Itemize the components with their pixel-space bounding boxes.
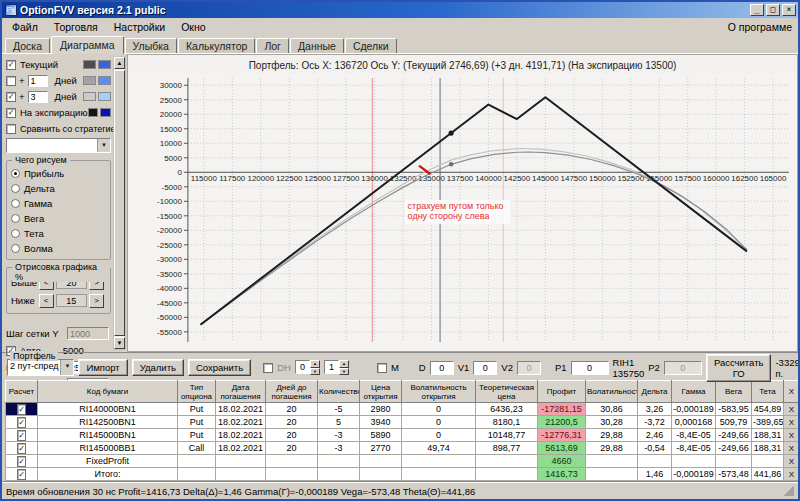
draw-option-Гамма[interactable]: Гамма xyxy=(11,196,106,211)
delete-button[interactable]: Удалить xyxy=(132,359,184,376)
dh-spinner-1[interactable]: ▲▼ xyxy=(295,360,320,375)
color-swatch[interactable] xyxy=(83,92,96,101)
spin-up-icon[interactable]: ▲ xyxy=(310,360,320,368)
d-input[interactable] xyxy=(430,361,454,375)
m-checkbox[interactable] xyxy=(377,363,387,373)
chevron-down-icon[interactable]: ▼ xyxy=(97,139,110,152)
row-delete-button[interactable]: X xyxy=(784,416,800,429)
color-swatch[interactable] xyxy=(98,60,111,69)
row-calc-cell[interactable] xyxy=(6,416,38,429)
layer-checkbox-2[interactable] xyxy=(6,92,16,102)
dh-spinner-2-input[interactable] xyxy=(324,360,339,374)
p2-input[interactable] xyxy=(664,361,702,375)
increase-button[interactable]: > xyxy=(89,294,104,308)
draw-option-Прибыль[interactable]: Прибыль xyxy=(11,166,106,181)
layer-checkbox-0[interactable] xyxy=(6,60,16,70)
spin-down-icon[interactable]: ▼ xyxy=(339,368,349,376)
tab-Данные[interactable]: Данные xyxy=(290,38,344,54)
tab-Калькулятор[interactable]: Калькулятор xyxy=(178,38,255,54)
radio-icon[interactable] xyxy=(11,184,20,193)
column-header-Дельта[interactable]: Дельта xyxy=(638,381,672,403)
layer-checkbox-1[interactable] xyxy=(6,76,16,86)
row-calc-cell[interactable] xyxy=(6,455,38,468)
tab-Улыбка[interactable]: Улыбка xyxy=(125,38,177,54)
profit-chart[interactable]: -55000-50000-45000-40000-35000-30000-250… xyxy=(128,74,797,352)
sidebar-scrollbar[interactable]: ▲ ▼ xyxy=(113,56,126,350)
row-checkbox[interactable] xyxy=(17,404,26,415)
tab-Лог[interactable]: Лог xyxy=(256,38,289,54)
column-header-X[interactable]: X xyxy=(784,381,800,403)
v2-input[interactable] xyxy=(517,361,541,375)
column-header-Дней до погашения[interactable]: Дней до погашения xyxy=(266,381,318,403)
radio-icon[interactable] xyxy=(11,244,20,253)
row-calc-cell[interactable] xyxy=(6,403,38,416)
color-swatch[interactable] xyxy=(88,108,99,117)
column-header-Профит[interactable]: Профит xyxy=(538,381,586,403)
color-swatch[interactable] xyxy=(83,76,96,85)
column-header-Код бумаги[interactable]: Код бумаги xyxy=(38,381,178,403)
import-button[interactable]: Импорт xyxy=(78,359,127,376)
row-calc-cell[interactable] xyxy=(6,442,38,455)
column-header-Гамма[interactable]: Гамма xyxy=(672,381,716,403)
preset-combobox[interactable]: 2 пут-спред ▼ xyxy=(7,359,74,376)
tab-Сделки[interactable]: Сделки xyxy=(345,38,397,54)
column-header-Дата погашения[interactable]: Дата погашения xyxy=(216,381,266,403)
column-header-Волатильность открытия[interactable]: Волатильность открытия xyxy=(402,381,476,403)
draw-option-Волма[interactable]: Волма xyxy=(11,241,106,256)
row-delete-button[interactable]: X xyxy=(784,429,800,442)
compare-strategy-checkbox[interactable] xyxy=(6,124,16,134)
dh-spinner-1-input[interactable] xyxy=(295,360,310,374)
column-header-Тета[interactable]: Тета xyxy=(752,381,784,403)
resize-grip-icon[interactable] xyxy=(784,486,794,496)
menu-item-about[interactable]: О программе xyxy=(728,21,796,33)
draw-option-Вега[interactable]: Вега xyxy=(11,211,106,226)
close-button[interactable]: × xyxy=(782,4,796,16)
row-checkbox[interactable] xyxy=(17,469,26,480)
chevron-down-icon[interactable]: ▼ xyxy=(60,360,73,375)
column-header-Количество[interactable]: Количество xyxy=(318,381,360,403)
column-header-Вега[interactable]: Вега xyxy=(716,381,752,403)
layer-days-input-1[interactable] xyxy=(28,75,48,87)
radio-icon[interactable] xyxy=(11,199,20,208)
row-checkbox[interactable] xyxy=(17,417,26,428)
column-header-Теоретическая цена[interactable]: Теоретическая цена xyxy=(476,381,538,403)
row-delete-button[interactable]: X xyxy=(784,403,800,416)
scroll-up-icon[interactable]: ▲ xyxy=(114,57,125,69)
color-swatch[interactable] xyxy=(98,76,111,85)
color-swatch[interactable] xyxy=(83,60,96,69)
compare-strategy-row[interactable]: Сравнить со стратегией xyxy=(6,121,111,136)
row-checkbox[interactable] xyxy=(17,443,26,454)
row-delete-button[interactable]: X xyxy=(784,455,800,468)
draw-option-Тета[interactable]: Тета xyxy=(11,226,106,241)
menu-item-3[interactable]: Окно xyxy=(173,20,213,34)
dh-checkbox[interactable] xyxy=(263,363,273,373)
color-swatch[interactable] xyxy=(100,108,111,117)
maximize-button[interactable]: □ xyxy=(766,4,780,16)
color-swatch[interactable] xyxy=(98,92,111,101)
row-delete-button[interactable]: X xyxy=(784,468,800,481)
minimize-button[interactable]: _ xyxy=(750,4,764,16)
save-button[interactable]: Сохранить xyxy=(188,359,251,376)
decrease-button[interactable]: < xyxy=(39,294,54,308)
v1-input[interactable] xyxy=(473,361,497,375)
column-header-Цена открытия[interactable]: Цена открытия xyxy=(360,381,402,403)
grid-step-y-input[interactable] xyxy=(67,327,109,340)
tab-Доска[interactable]: Доска xyxy=(5,38,50,54)
scroll-down-icon[interactable]: ▼ xyxy=(114,337,125,349)
layer-checkbox-3[interactable] xyxy=(6,108,16,118)
strategy-combobox[interactable]: ▼ xyxy=(6,138,111,153)
menu-item-1[interactable]: Торговля xyxy=(46,20,106,34)
scrollbar-thumb[interactable] xyxy=(114,70,125,336)
spin-up-icon[interactable]: ▲ xyxy=(339,360,349,368)
dh-spinner-2[interactable]: ▲▼ xyxy=(324,360,349,375)
row-calc-cell[interactable] xyxy=(6,429,38,442)
row-checkbox[interactable] xyxy=(17,456,26,467)
tab-Диаграмма[interactable]: Диаграмма xyxy=(51,36,124,54)
radio-icon[interactable] xyxy=(11,229,20,238)
radio-icon[interactable] xyxy=(11,214,20,223)
row-calc-cell[interactable] xyxy=(6,468,38,481)
calc-go-button[interactable]: Рассчитать ГО xyxy=(706,354,772,382)
menu-item-0[interactable]: Файл xyxy=(4,20,46,34)
column-header-Тип опциона[interactable]: Тип опциона xyxy=(178,381,216,403)
radio-icon[interactable] xyxy=(11,169,20,178)
